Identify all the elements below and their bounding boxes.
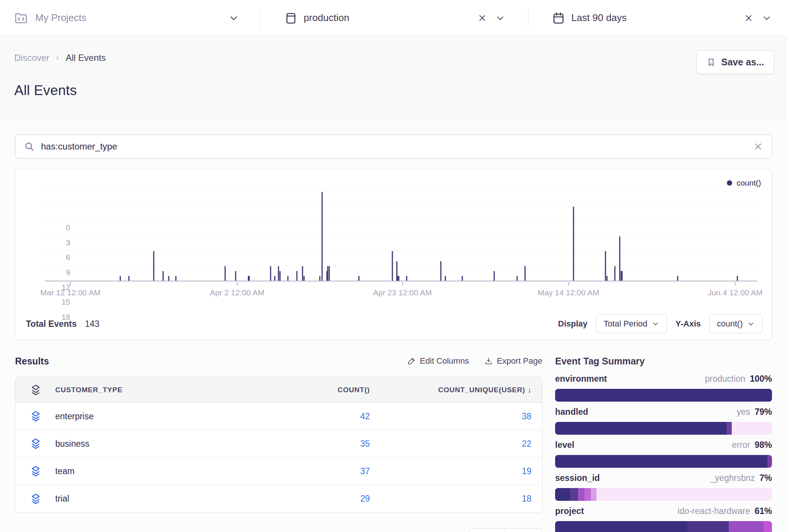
cell-customer-type: enterprise <box>55 411 272 422</box>
tag-bar-segment <box>591 488 596 501</box>
y-axis-tick-label: 6 <box>48 253 70 262</box>
display-label: Display <box>558 319 587 329</box>
chevron-down-icon <box>652 320 659 328</box>
tag-bar-segment <box>763 521 772 532</box>
pencil-icon <box>407 357 416 366</box>
x-axis-tick-label: Apr 2 12:00 AM <box>210 288 265 297</box>
tag-bar-segment <box>726 422 732 435</box>
cell-customer-type: team <box>55 466 272 476</box>
cell-count-link[interactable]: 35 <box>272 439 370 449</box>
tag-bar-segment <box>732 422 772 435</box>
environment-clear-icon[interactable] <box>477 13 487 23</box>
column-header-count-unique[interactable]: COUNT_UNIQUE(USER) ↓ <box>370 385 531 394</box>
event-tag-summary-section: Event Tag Summary environmentproduction1… <box>555 354 772 532</box>
search-clear-icon[interactable] <box>753 141 763 152</box>
table-row: trial2918 <box>15 485 542 512</box>
chart-spike <box>274 276 275 281</box>
cell-customer-type: trial <box>55 494 272 504</box>
search-input[interactable] <box>41 141 753 152</box>
stack-icon-blue[interactable] <box>30 493 42 505</box>
y-axis-tick-label: 15 <box>48 298 70 307</box>
tag-percent: 79% <box>755 407 772 417</box>
y-axis-tick-label: 3 <box>48 238 70 247</box>
calendar-icon <box>552 11 565 25</box>
cell-count-unique-link[interactable]: 19 <box>370 466 531 476</box>
stack-icon-blue[interactable] <box>30 438 42 450</box>
page-header: Discover › All Events All Events Save as… <box>0 36 787 119</box>
table-row: enterprise4238 <box>15 403 542 430</box>
save-as-label: Save as... <box>721 57 764 68</box>
chart-gridline <box>45 251 757 251</box>
chart-spike <box>406 276 407 281</box>
chart-spike <box>224 266 226 281</box>
chart-spike <box>175 276 176 281</box>
tag-distribution-bar[interactable] <box>555 455 772 468</box>
chart-spike <box>235 271 236 281</box>
project-chevron-down-icon[interactable] <box>228 12 239 24</box>
table-body: enterprise4238business3522team3719trial2… <box>15 403 542 512</box>
stack-icon-blue[interactable] <box>30 465 42 477</box>
date-range-filter[interactable]: Last 90 days <box>528 0 787 36</box>
display-dropdown[interactable]: Total Period <box>596 314 667 333</box>
tag-name: environment <box>555 374 607 384</box>
tag-summary-item: session_id_yeghrsbnz7% <box>555 473 772 501</box>
cell-count-link[interactable]: 42 <box>272 411 370 422</box>
tag-distribution-bar[interactable] <box>555 422 772 435</box>
breadcrumb-discover-link[interactable]: Discover <box>14 53 49 63</box>
yaxis-dropdown[interactable]: count() <box>709 314 763 333</box>
chart-spike <box>462 276 463 281</box>
stack-icon-blue[interactable] <box>30 410 42 422</box>
environment-chevron-down-icon[interactable] <box>495 13 505 23</box>
tag-top-value: yes <box>737 407 750 417</box>
export-page-button[interactable]: Export Page <box>484 356 542 366</box>
chart-spike <box>605 251 606 281</box>
cell-customer-type: business <box>55 439 272 449</box>
chart-spike <box>359 276 360 281</box>
tag-name: project <box>555 506 584 516</box>
chart-spike <box>279 271 280 281</box>
chart-spike <box>319 276 320 281</box>
search-bar <box>15 135 772 159</box>
tag-distribution-bar[interactable] <box>555 389 772 402</box>
x-axis-tick <box>735 282 736 286</box>
x-axis-tick <box>568 282 569 286</box>
export-page-label: Export Page <box>497 356 542 366</box>
environment-filter[interactable]: production <box>261 0 528 36</box>
date-range-chevron-down-icon[interactable] <box>761 13 772 23</box>
tag-bar-segment <box>578 488 584 501</box>
events-chart-panel: count() 0369121518Mar 12 12:00 AMApr 2 1… <box>15 169 772 340</box>
cell-count-link[interactable]: 29 <box>272 494 370 504</box>
tag-distribution-bar[interactable] <box>555 488 772 501</box>
chart-spike <box>606 276 607 281</box>
chart-gridline <box>45 236 757 236</box>
cell-count-unique-link[interactable]: 38 <box>370 411 531 422</box>
chart-spike <box>398 276 400 281</box>
tag-summary-item: projectido-react-hardware61% <box>555 506 772 532</box>
tag-distribution-bar[interactable] <box>555 521 772 532</box>
chart-spike <box>120 276 121 281</box>
project-selector[interactable]: My Projects <box>0 0 260 36</box>
tag-bar-segment <box>570 488 578 501</box>
column-header-customer-type[interactable]: CUSTOMER_TYPE <box>55 386 272 394</box>
tag-name: level <box>555 440 574 450</box>
chart-plot[interactable] <box>45 192 757 281</box>
chart-gridline <box>45 266 757 266</box>
tag-percent: 100% <box>750 374 772 384</box>
cell-count-unique-link[interactable]: 18 <box>370 494 531 504</box>
tag-bar-segment <box>687 521 729 532</box>
pagination-next-button[interactable] <box>505 528 542 532</box>
date-range-clear-icon[interactable] <box>743 13 754 23</box>
save-as-button[interactable]: Save as... <box>696 50 774 74</box>
tag-bar-segment <box>729 521 763 532</box>
stack-icon <box>30 384 42 396</box>
edit-columns-button[interactable]: Edit Columns <box>407 356 469 366</box>
cell-count-link[interactable]: 37 <box>272 466 370 476</box>
chart-spike <box>328 266 330 281</box>
top-navigation-bar: My Projects production Last 90 days <box>0 0 787 36</box>
column-header-count[interactable]: COUNT() <box>272 386 370 394</box>
chart-gridline <box>45 221 757 222</box>
pagination-prev-button[interactable] <box>469 528 505 532</box>
chart-spike <box>440 261 442 281</box>
tag-name: handled <box>555 407 588 417</box>
cell-count-unique-link[interactable]: 22 <box>370 439 531 449</box>
